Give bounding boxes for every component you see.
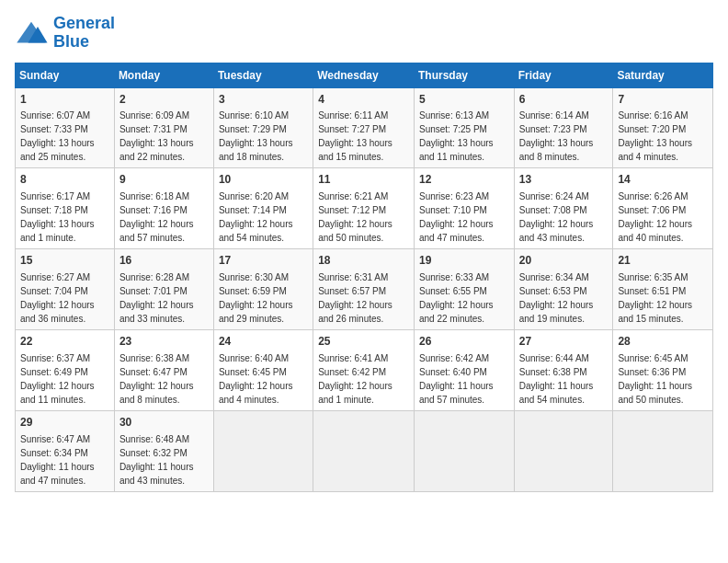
day-info: Sunrise: 6:28 AMSunset: 7:01 PMDaylight:… <box>119 272 194 324</box>
day-number: 12 <box>419 172 509 188</box>
day-number: 17 <box>219 253 308 269</box>
day-number: 30 <box>119 415 209 431</box>
page-header: General Blue <box>15 15 713 52</box>
calendar-row: 15Sunrise: 6:27 AMSunset: 7:04 PMDayligh… <box>16 249 713 330</box>
calendar-cell: 22Sunrise: 6:37 AMSunset: 6:49 PMDayligh… <box>16 329 115 410</box>
day-number: 4 <box>318 92 409 108</box>
day-info: Sunrise: 6:14 AMSunset: 7:23 PMDaylight:… <box>519 110 594 162</box>
day-info: Sunrise: 6:48 AMSunset: 6:32 PMDaylight:… <box>119 434 194 486</box>
day-info: Sunrise: 6:47 AMSunset: 6:34 PMDaylight:… <box>20 434 95 486</box>
calendar-cell: 5Sunrise: 6:13 AMSunset: 7:25 PMDaylight… <box>414 87 514 168</box>
day-info: Sunrise: 6:10 AMSunset: 7:29 PMDaylight:… <box>219 110 293 162</box>
logo: General Blue <box>15 15 115 52</box>
calendar-cell: 15Sunrise: 6:27 AMSunset: 7:04 PMDayligh… <box>16 249 115 330</box>
calendar-cell: 13Sunrise: 6:24 AMSunset: 7:08 PMDayligh… <box>514 168 613 249</box>
day-info: Sunrise: 6:26 AMSunset: 7:06 PMDaylight:… <box>618 191 692 243</box>
day-number: 14 <box>618 172 708 188</box>
header-saturday: Saturday <box>613 63 713 87</box>
calendar-cell: 23Sunrise: 6:38 AMSunset: 6:47 PMDayligh… <box>114 329 213 410</box>
day-info: Sunrise: 6:11 AMSunset: 7:27 PMDaylight:… <box>318 110 392 162</box>
day-number: 22 <box>20 334 109 350</box>
day-number: 19 <box>419 253 509 269</box>
calendar-cell: 16Sunrise: 6:28 AMSunset: 7:01 PMDayligh… <box>114 249 213 330</box>
header-wednesday: Wednesday <box>313 63 415 87</box>
calendar-cell <box>313 410 415 491</box>
day-number: 5 <box>419 92 509 108</box>
day-info: Sunrise: 6:27 AMSunset: 7:04 PMDaylight:… <box>20 272 95 324</box>
calendar-cell: 19Sunrise: 6:33 AMSunset: 6:55 PMDayligh… <box>414 249 514 330</box>
calendar-row: 22Sunrise: 6:37 AMSunset: 6:49 PMDayligh… <box>16 329 713 410</box>
day-number: 7 <box>618 92 708 108</box>
day-info: Sunrise: 6:24 AMSunset: 7:08 PMDaylight:… <box>519 191 594 243</box>
day-number: 15 <box>20 253 109 269</box>
header-monday: Monday <box>114 63 213 87</box>
calendar-row: 1Sunrise: 6:07 AMSunset: 7:33 PMDaylight… <box>16 87 713 168</box>
calendar-cell: 12Sunrise: 6:23 AMSunset: 7:10 PMDayligh… <box>414 168 514 249</box>
calendar-cell: 1Sunrise: 6:07 AMSunset: 7:33 PMDaylight… <box>16 87 115 168</box>
day-info: Sunrise: 6:18 AMSunset: 7:16 PMDaylight:… <box>119 191 194 243</box>
day-number: 8 <box>20 172 109 188</box>
calendar-cell: 4Sunrise: 6:11 AMSunset: 7:27 PMDaylight… <box>313 87 415 168</box>
calendar-cell: 29Sunrise: 6:47 AMSunset: 6:34 PMDayligh… <box>16 410 115 491</box>
calendar-cell: 21Sunrise: 6:35 AMSunset: 6:51 PMDayligh… <box>613 249 713 330</box>
day-info: Sunrise: 6:21 AMSunset: 7:12 PMDaylight:… <box>318 191 392 243</box>
header-friday: Friday <box>514 63 613 87</box>
day-info: Sunrise: 6:42 AMSunset: 6:40 PMDaylight:… <box>419 353 494 405</box>
day-number: 11 <box>318 172 409 188</box>
day-info: Sunrise: 6:34 AMSunset: 6:53 PMDaylight:… <box>519 272 594 324</box>
day-info: Sunrise: 6:33 AMSunset: 6:55 PMDaylight:… <box>419 272 494 324</box>
day-number: 26 <box>419 334 509 350</box>
day-number: 29 <box>20 415 109 431</box>
calendar-cell <box>613 410 713 491</box>
day-info: Sunrise: 6:09 AMSunset: 7:31 PMDaylight:… <box>119 110 194 162</box>
day-number: 10 <box>219 172 308 188</box>
day-info: Sunrise: 6:17 AMSunset: 7:18 PMDaylight:… <box>20 191 95 243</box>
calendar-cell: 9Sunrise: 6:18 AMSunset: 7:16 PMDaylight… <box>114 168 213 249</box>
day-info: Sunrise: 6:31 AMSunset: 6:57 PMDaylight:… <box>318 272 392 324</box>
day-number: 27 <box>519 334 609 350</box>
day-info: Sunrise: 6:41 AMSunset: 6:42 PMDaylight:… <box>318 353 392 405</box>
calendar-cell: 6Sunrise: 6:14 AMSunset: 7:23 PMDaylight… <box>514 87 613 168</box>
calendar-cell <box>213 410 313 491</box>
calendar-cell: 17Sunrise: 6:30 AMSunset: 6:59 PMDayligh… <box>213 249 313 330</box>
day-number: 18 <box>318 253 409 269</box>
calendar-cell: 8Sunrise: 6:17 AMSunset: 7:18 PMDaylight… <box>16 168 115 249</box>
day-number: 20 <box>519 253 609 269</box>
day-info: Sunrise: 6:20 AMSunset: 7:14 PMDaylight:… <box>219 191 293 243</box>
day-number: 24 <box>219 334 308 350</box>
day-number: 23 <box>119 334 209 350</box>
weekday-header-row: Sunday Monday Tuesday Wednesday Thursday… <box>16 63 713 87</box>
day-number: 3 <box>219 92 308 108</box>
day-number: 6 <box>519 92 609 108</box>
logo-text: General Blue <box>53 15 115 52</box>
calendar-cell: 10Sunrise: 6:20 AMSunset: 7:14 PMDayligh… <box>213 168 313 249</box>
day-number: 28 <box>618 334 708 350</box>
day-number: 1 <box>20 92 109 108</box>
calendar-cell: 3Sunrise: 6:10 AMSunset: 7:29 PMDaylight… <box>213 87 313 168</box>
calendar-cell: 18Sunrise: 6:31 AMSunset: 6:57 PMDayligh… <box>313 249 415 330</box>
day-number: 16 <box>119 253 209 269</box>
day-number: 2 <box>119 92 209 108</box>
day-number: 9 <box>119 172 209 188</box>
day-info: Sunrise: 6:37 AMSunset: 6:49 PMDaylight:… <box>20 353 95 405</box>
calendar-cell: 24Sunrise: 6:40 AMSunset: 6:45 PMDayligh… <box>213 329 313 410</box>
day-info: Sunrise: 6:07 AMSunset: 7:33 PMDaylight:… <box>20 110 95 162</box>
day-info: Sunrise: 6:13 AMSunset: 7:25 PMDaylight:… <box>419 110 494 162</box>
day-number: 25 <box>318 334 409 350</box>
calendar-cell: 30Sunrise: 6:48 AMSunset: 6:32 PMDayligh… <box>114 410 213 491</box>
calendar-table: Sunday Monday Tuesday Wednesday Thursday… <box>15 63 713 492</box>
day-number: 13 <box>519 172 609 188</box>
day-info: Sunrise: 6:40 AMSunset: 6:45 PMDaylight:… <box>219 353 293 405</box>
header-thursday: Thursday <box>414 63 514 87</box>
calendar-row: 29Sunrise: 6:47 AMSunset: 6:34 PMDayligh… <box>16 410 713 491</box>
day-info: Sunrise: 6:45 AMSunset: 6:36 PMDaylight:… <box>618 353 692 405</box>
calendar-cell: 14Sunrise: 6:26 AMSunset: 7:06 PMDayligh… <box>613 168 713 249</box>
calendar-cell: 26Sunrise: 6:42 AMSunset: 6:40 PMDayligh… <box>414 329 514 410</box>
day-info: Sunrise: 6:35 AMSunset: 6:51 PMDaylight:… <box>618 272 692 324</box>
day-info: Sunrise: 6:38 AMSunset: 6:47 PMDaylight:… <box>119 353 194 405</box>
day-number: 21 <box>618 253 708 269</box>
header-tuesday: Tuesday <box>213 63 313 87</box>
calendar-cell: 2Sunrise: 6:09 AMSunset: 7:31 PMDaylight… <box>114 87 213 168</box>
calendar-cell: 7Sunrise: 6:16 AMSunset: 7:20 PMDaylight… <box>613 87 713 168</box>
calendar-cell: 11Sunrise: 6:21 AMSunset: 7:12 PMDayligh… <box>313 168 415 249</box>
